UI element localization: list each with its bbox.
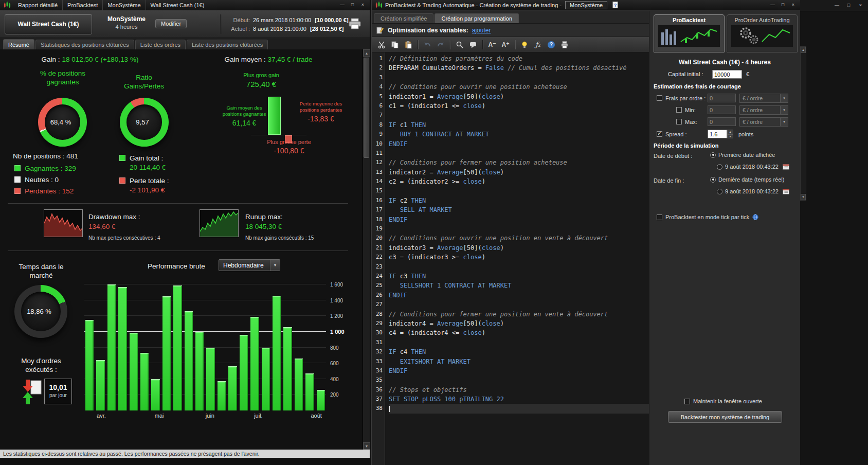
tab-liste-des-ordres[interactable]: Liste des ordres xyxy=(135,40,186,49)
chevron-down-icon[interactable]: ▼ xyxy=(780,118,788,126)
capital-input[interactable] xyxy=(712,70,742,79)
mini-chart-baseline xyxy=(251,135,306,135)
add-variable-link[interactable]: ajouter xyxy=(472,27,491,34)
tab-statistiques-des-positions-cloturees[interactable]: Statistiques des positions clôturées xyxy=(35,40,134,49)
radio-selected-icon[interactable] xyxy=(710,177,716,183)
x-axis-label: juin xyxy=(206,413,214,419)
fee-input[interactable] xyxy=(708,117,736,126)
tick-mode-checkbox[interactable] xyxy=(657,214,662,220)
spread-stepper[interactable]: ▲▼ xyxy=(727,130,733,138)
spread-input[interactable] xyxy=(708,130,727,138)
instrument-box[interactable]: Wall Street Cash (1€) xyxy=(5,14,92,34)
chevron-down-icon[interactable]: ▼ xyxy=(780,94,788,102)
modify-button[interactable]: Modifier xyxy=(155,19,187,28)
close-icon[interactable]: × xyxy=(856,2,865,9)
chevron-down-icon[interactable]: ▼ xyxy=(270,260,280,271)
scroll-up-icon[interactable]: ▲ xyxy=(801,47,806,53)
search-icon[interactable] xyxy=(454,39,466,50)
scroll-up-icon[interactable]: ▲ xyxy=(363,49,370,57)
tick-mode-row[interactable]: ProBacktest en mode tick par tick xyxy=(657,214,758,220)
suggestion-icon[interactable] xyxy=(518,39,531,50)
scroll-down-icon[interactable]: ▼ xyxy=(801,194,806,200)
copy-icon[interactable] xyxy=(389,39,401,50)
code-line: IF c3 THEN xyxy=(389,272,649,281)
fee-input[interactable] xyxy=(708,94,736,102)
code-line: IF c4 THEN xyxy=(389,347,649,356)
maximize-icon[interactable]: □ xyxy=(844,2,853,9)
checkbox-frais-par-ordre[interactable] xyxy=(657,95,662,101)
calendar-icon[interactable] xyxy=(783,188,789,194)
line-number: 19 xyxy=(372,224,385,234)
tab-creation-simplifiee[interactable]: Création simplifiée xyxy=(374,13,433,23)
close-icon[interactable]: × xyxy=(358,1,367,9)
background-scrollbar[interactable]: ▲ ▼ xyxy=(800,46,806,201)
fee-unit-select[interactable]: € / ordre▼ xyxy=(739,94,788,103)
code-token: [50]( xyxy=(463,169,482,176)
radio-selected-icon[interactable] xyxy=(710,152,716,158)
date-start-option-custom[interactable]: 9 août 2018 00:43:22 xyxy=(717,164,789,170)
minimize-icon[interactable]: — xyxy=(338,1,347,9)
tab-liste-des-positions-cloturees[interactable]: Liste des positions clôturées xyxy=(187,40,268,49)
close-icon[interactable]: × xyxy=(789,1,798,9)
spread-checkbox[interactable] xyxy=(657,131,662,137)
fee-unit-select[interactable]: € / ordre▼ xyxy=(739,105,788,115)
cut-icon[interactable] xyxy=(375,39,388,50)
radio-icon[interactable] xyxy=(717,164,722,170)
current-capital: [28 012,50 €] xyxy=(310,26,343,32)
biggest-gain-value: 725,40 € xyxy=(230,80,292,88)
tab-probacktest[interactable]: ProBacktest xyxy=(654,14,725,52)
stepper-up-icon[interactable]: ▲ xyxy=(727,130,733,134)
radio-icon[interactable] xyxy=(717,189,722,194)
date-end-option-custom[interactable]: 9 août 2018 00:43:22 xyxy=(717,188,789,194)
date-end-option-last[interactable]: Dernière date (temps réel) xyxy=(710,176,784,183)
loss-total-swatch xyxy=(119,177,125,184)
code-token: c4 = (indicator4 <= xyxy=(389,329,463,336)
tab-creation-par-programmation[interactable]: Création par programmation xyxy=(435,13,519,23)
chevron-down-icon[interactable]: ▼ xyxy=(780,106,788,114)
keep-window-open-row[interactable]: Maintenir la fenêtre ouverte xyxy=(684,398,762,404)
interval-dropdown[interactable]: Hebdomadaire ▼ xyxy=(219,259,280,271)
minimize-icon[interactable]: — xyxy=(833,2,841,9)
fee-unit-select[interactable]: € / ordre▼ xyxy=(739,117,788,127)
system-block: MonSystème 4 heures xyxy=(101,15,152,30)
maximize-icon[interactable]: □ xyxy=(348,1,357,9)
checkbox-min[interactable] xyxy=(676,107,682,113)
redo-icon[interactable] xyxy=(435,39,447,50)
print-icon[interactable] xyxy=(558,39,571,50)
font-increase-icon[interactable]: A⁺ xyxy=(499,39,512,50)
checkbox-max[interactable] xyxy=(676,119,682,124)
calendar-icon[interactable] xyxy=(783,164,789,170)
backtest-button[interactable]: Backtester mon système de trading xyxy=(668,411,782,423)
help-icon[interactable]: ? xyxy=(611,1,619,9)
tab-resume[interactable]: Résumé xyxy=(3,39,34,49)
code-editor[interactable]: 1234567891011121314151617181920212223242… xyxy=(372,52,649,465)
scroll-down-icon[interactable]: ▼ xyxy=(363,442,370,450)
print-icon[interactable] xyxy=(348,18,361,29)
date-start-option-first-displayed[interactable]: Première date affichée xyxy=(710,152,775,158)
tab-proorder[interactable]: ProOrder AutoTrading xyxy=(727,14,798,52)
line-number: 35 xyxy=(372,375,385,385)
fee-input[interactable] xyxy=(708,105,736,114)
undo-icon[interactable] xyxy=(421,39,433,50)
comment-icon[interactable] xyxy=(467,39,479,50)
keep-open-checkbox[interactable] xyxy=(684,399,690,404)
maximize-icon[interactable]: □ xyxy=(779,1,787,9)
report-scrollbar[interactable]: ▲ ▼ xyxy=(363,49,370,450)
scrollbar-thumb[interactable] xyxy=(364,58,369,158)
code-token: ) xyxy=(482,254,485,261)
stepper-down-icon[interactable]: ▼ xyxy=(727,134,733,139)
function-icon[interactable]: ƒx xyxy=(532,39,544,50)
bar xyxy=(107,284,116,410)
font-decrease-icon[interactable]: A⁻ xyxy=(486,39,498,50)
window-controls: — □ × xyxy=(338,1,370,9)
code-token: BUY 1 CONTRACT AT MARKET xyxy=(389,131,489,138)
paste-icon[interactable] xyxy=(402,39,414,50)
code-token: ENDIF xyxy=(389,367,407,374)
code-token: Average xyxy=(437,93,463,100)
performance-chart: 2004006008001 0001 2001 4001 600 avr.mai… xyxy=(84,277,357,423)
system-name-box[interactable]: MonSystème xyxy=(565,1,607,9)
minimize-icon[interactable]: — xyxy=(768,1,777,9)
code-token: ) xyxy=(482,102,485,110)
code-lines[interactable]: // Définition des paramètres du codeDEFP… xyxy=(385,52,649,465)
help-icon[interactable]: ? xyxy=(545,39,557,50)
